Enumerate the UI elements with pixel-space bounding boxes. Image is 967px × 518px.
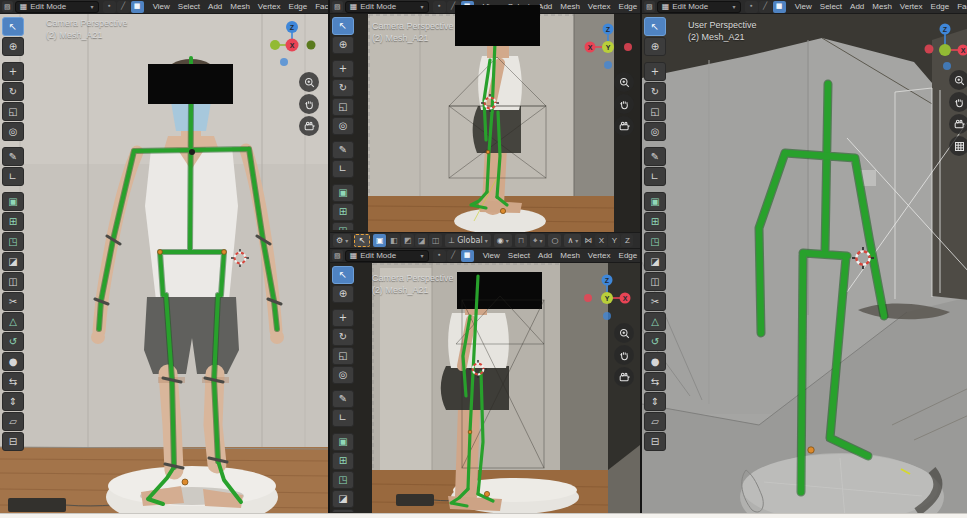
menu-edge[interactable]: Edge — [615, 1, 640, 12]
gizmo-x-neg-axis[interactable] — [624, 43, 632, 51]
tool-poly-build[interactable]: △ — [644, 312, 666, 331]
tool-shrink-fatten[interactable]: ⇕ — [2, 392, 24, 411]
tool-edge-slide[interactable]: ⇆ — [644, 372, 666, 391]
tool-move[interactable]: + — [2, 62, 24, 81]
tool-transform[interactable]: ◎ — [332, 117, 354, 135]
tool-rip-region[interactable]: ⊟ — [644, 432, 666, 451]
vertex-select-mode-button[interactable]: ∙ — [433, 250, 446, 262]
camera-view-icon[interactable] — [614, 367, 634, 387]
menu-vertex[interactable]: Vertex — [584, 1, 615, 12]
tool-spin[interactable]: ↺ — [644, 332, 666, 351]
select-mode-invert[interactable]: ◪ — [415, 234, 428, 247]
navigation-gizmo[interactable]: Z X — [266, 17, 318, 69]
menu-view[interactable]: View — [791, 1, 816, 12]
tool-scale[interactable]: ◱ — [332, 98, 354, 116]
menu-mesh[interactable]: Mesh — [226, 1, 254, 12]
mirror-axis-y[interactable]: Y — [608, 234, 620, 247]
tool-inset-faces[interactable]: ◳ — [332, 222, 354, 230]
menu-add[interactable]: Add — [846, 1, 868, 12]
tool-rotate[interactable]: ↻ — [332, 79, 354, 97]
tool-transform[interactable]: ◎ — [644, 122, 666, 141]
face-select-mode-button[interactable]: ■ — [773, 1, 786, 13]
tool-knife[interactable]: ✂ — [2, 292, 24, 311]
zoom-icon[interactable] — [614, 323, 634, 343]
mode-dropdown[interactable]: ▦ Edit Mode ▾ — [657, 1, 741, 13]
menu-face[interactable]: Face — [311, 1, 328, 12]
editor-type-button[interactable]: ▧ — [332, 1, 343, 12]
tool-inset-faces[interactable]: ◳ — [644, 232, 666, 251]
tool-add-cube[interactable]: ▣ — [644, 192, 666, 211]
tool-move[interactable]: + — [332, 309, 354, 327]
tool-add-cube[interactable]: ▣ — [2, 192, 24, 211]
tool-rotate[interactable]: ↻ — [644, 82, 666, 101]
gizmo-x-neg-axis[interactable] — [584, 294, 592, 302]
select-mode-set[interactable]: ▣ — [373, 234, 386, 247]
zoom-icon[interactable] — [614, 72, 634, 92]
tool-loop-cut[interactable]: ◫ — [2, 272, 24, 291]
tool-shear[interactable]: ▱ — [644, 412, 666, 431]
snap-toggle[interactable]: ⊓ — [515, 234, 527, 247]
tool-move[interactable]: + — [644, 62, 666, 81]
tool-annotate[interactable]: ✎ — [2, 147, 24, 166]
tool-bevel[interactable]: ◪ — [2, 252, 24, 271]
menu-vertex[interactable]: Vertex — [584, 250, 615, 261]
tool-poly-build[interactable]: △ — [2, 312, 24, 331]
tool-tweak-select[interactable]: ↖ — [644, 17, 666, 36]
menu-view[interactable]: View — [479, 250, 504, 261]
edge-select-mode-button[interactable]: ╱ — [759, 1, 772, 13]
menu-edge[interactable]: Edge — [285, 1, 312, 12]
menu-mesh[interactable]: Mesh — [868, 1, 896, 12]
falloff-dropdown[interactable]: ∧ ▾ — [564, 234, 581, 247]
mirror-axis-x[interactable]: X — [595, 234, 607, 247]
tool-rotate[interactable]: ↻ — [332, 328, 354, 346]
tool-smooth[interactable]: ● — [2, 352, 24, 371]
menu-vertex[interactable]: Vertex — [254, 1, 285, 12]
tool-measure[interactable]: ∟ — [644, 167, 666, 186]
tool-cursor[interactable]: ⊕ — [332, 36, 354, 54]
tool-loop-cut[interactable]: ◫ — [332, 509, 354, 512]
gizmo-y-neg-axis[interactable] — [307, 41, 316, 50]
camera-view-icon[interactable] — [614, 116, 634, 136]
navigation-gizmo[interactable]: Z X Y — [581, 272, 633, 324]
snap-settings-dropdown[interactable]: ⌖ ▾ — [530, 234, 546, 247]
tool-extrude-region[interactable]: ⊞ — [332, 452, 354, 470]
select-mode-intersect[interactable]: ◫ — [429, 234, 442, 247]
menu-face[interactable]: Face — [953, 1, 967, 12]
menu-mesh[interactable]: Mesh — [556, 250, 584, 261]
orientation-dropdown[interactable]: ⊥ Global ▾ — [445, 234, 491, 247]
tool-scale[interactable]: ◱ — [2, 102, 24, 121]
gizmo-y-axis[interactable] — [270, 40, 280, 50]
tool-scale[interactable]: ◱ — [644, 102, 666, 121]
tool-annotate[interactable]: ✎ — [332, 390, 354, 408]
camera-view-icon[interactable] — [299, 116, 319, 136]
pan-hand-icon[interactable] — [949, 92, 967, 112]
orthographic-grid-icon[interactable] — [949, 136, 967, 156]
menu-add[interactable]: Add — [204, 1, 226, 12]
gizmo-x-neg-axis[interactable] — [925, 45, 934, 54]
tool-measure[interactable]: ∟ — [332, 409, 354, 427]
menu-add[interactable]: Add — [534, 250, 556, 261]
face-select-mode-button[interactable]: ■ — [461, 250, 474, 262]
tool-spin[interactable]: ↺ — [2, 332, 24, 351]
select-mode-extend[interactable]: ◧ — [387, 234, 400, 247]
tool-annotate[interactable]: ✎ — [332, 141, 354, 159]
tool-tweak-select[interactable]: ↖ — [332, 17, 354, 35]
tool-tweak-select[interactable]: ↖ — [332, 266, 354, 284]
mode-dropdown[interactable]: ▦ Edit Mode ▾ — [345, 250, 429, 262]
viewport-left-3d-scene[interactable] — [0, 14, 330, 518]
gizmo-y-axis[interactable] — [939, 44, 951, 56]
mode-dropdown[interactable]: ▦ Edit Mode ▾ — [345, 1, 429, 13]
menu-view[interactable]: View — [149, 1, 174, 12]
editor-type-button[interactable]: ▧ — [332, 250, 343, 261]
camera-view-icon[interactable] — [949, 114, 967, 134]
menu-mesh[interactable]: Mesh — [556, 1, 584, 12]
tool-rotate[interactable]: ↻ — [2, 82, 24, 101]
tool-bevel[interactable]: ◪ — [644, 252, 666, 271]
tool-edge-slide[interactable]: ⇆ — [2, 372, 24, 391]
tool-knife[interactable]: ✂ — [644, 292, 666, 311]
tool-annotate[interactable]: ✎ — [644, 147, 666, 166]
menu-select[interactable]: Select — [504, 250, 534, 261]
tool-extrude-region[interactable]: ⊞ — [332, 203, 354, 221]
tool-rip-region[interactable]: ⊟ — [2, 432, 24, 451]
tool-loop-cut[interactable]: ◫ — [644, 272, 666, 291]
